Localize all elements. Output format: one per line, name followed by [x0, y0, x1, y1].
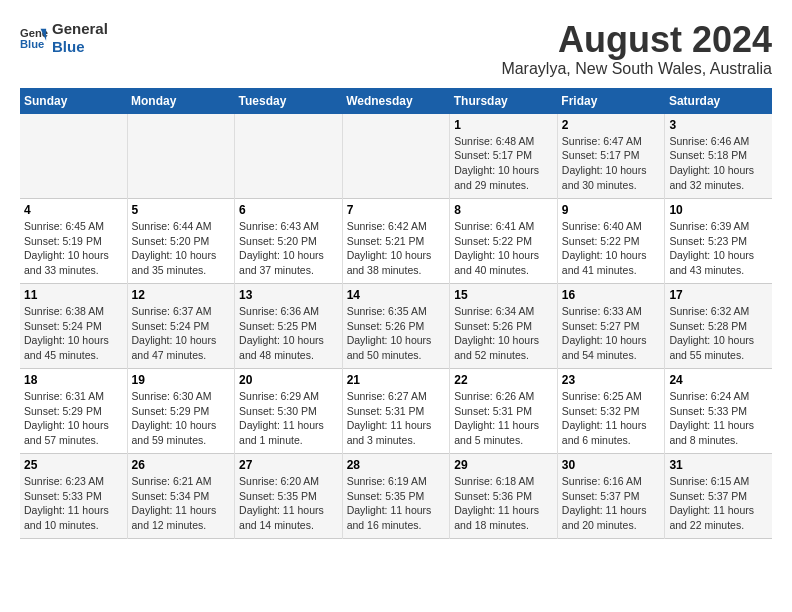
calendar-cell: 15Sunrise: 6:34 AM Sunset: 5:26 PM Dayli…	[450, 284, 558, 369]
logo-icon: General Blue	[20, 24, 48, 52]
title-block: August 2024 Maraylya, New South Wales, A…	[501, 20, 772, 78]
week-row-1: 1Sunrise: 6:48 AM Sunset: 5:17 PM Daylig…	[20, 114, 772, 199]
day-info: Sunrise: 6:24 AM Sunset: 5:33 PM Dayligh…	[669, 389, 768, 448]
calendar-cell: 9Sunrise: 6:40 AM Sunset: 5:22 PM Daylig…	[557, 199, 665, 284]
day-info: Sunrise: 6:34 AM Sunset: 5:26 PM Dayligh…	[454, 304, 553, 363]
day-number: 14	[347, 288, 446, 302]
day-number: 1	[454, 118, 553, 132]
calendar-cell: 28Sunrise: 6:19 AM Sunset: 5:35 PM Dayli…	[342, 454, 450, 539]
calendar-cell: 14Sunrise: 6:35 AM Sunset: 5:26 PM Dayli…	[342, 284, 450, 369]
day-number: 22	[454, 373, 553, 387]
calendar-cell: 25Sunrise: 6:23 AM Sunset: 5:33 PM Dayli…	[20, 454, 127, 539]
calendar-subtitle: Maraylya, New South Wales, Australia	[501, 60, 772, 78]
day-number: 24	[669, 373, 768, 387]
header-row: SundayMondayTuesdayWednesdayThursdayFrid…	[20, 88, 772, 114]
calendar-cell: 8Sunrise: 6:41 AM Sunset: 5:22 PM Daylig…	[450, 199, 558, 284]
day-number: 17	[669, 288, 768, 302]
day-number: 30	[562, 458, 661, 472]
logo-blue: Blue	[52, 38, 108, 56]
day-number: 18	[24, 373, 123, 387]
day-number: 27	[239, 458, 338, 472]
day-info: Sunrise: 6:27 AM Sunset: 5:31 PM Dayligh…	[347, 389, 446, 448]
day-number: 5	[132, 203, 231, 217]
calendar-cell: 19Sunrise: 6:30 AM Sunset: 5:29 PM Dayli…	[127, 369, 235, 454]
calendar-cell: 21Sunrise: 6:27 AM Sunset: 5:31 PM Dayli…	[342, 369, 450, 454]
day-info: Sunrise: 6:36 AM Sunset: 5:25 PM Dayligh…	[239, 304, 338, 363]
day-info: Sunrise: 6:41 AM Sunset: 5:22 PM Dayligh…	[454, 219, 553, 278]
day-number: 23	[562, 373, 661, 387]
day-number: 9	[562, 203, 661, 217]
day-number: 16	[562, 288, 661, 302]
col-header-wednesday: Wednesday	[342, 88, 450, 114]
day-number: 26	[132, 458, 231, 472]
day-number: 19	[132, 373, 231, 387]
calendar-cell	[20, 114, 127, 199]
calendar-cell: 24Sunrise: 6:24 AM Sunset: 5:33 PM Dayli…	[665, 369, 772, 454]
calendar-title: August 2024	[501, 20, 772, 60]
calendar-cell: 1Sunrise: 6:48 AM Sunset: 5:17 PM Daylig…	[450, 114, 558, 199]
calendar-cell: 23Sunrise: 6:25 AM Sunset: 5:32 PM Dayli…	[557, 369, 665, 454]
week-row-3: 11Sunrise: 6:38 AM Sunset: 5:24 PM Dayli…	[20, 284, 772, 369]
calendar-cell	[342, 114, 450, 199]
day-info: Sunrise: 6:29 AM Sunset: 5:30 PM Dayligh…	[239, 389, 338, 448]
day-number: 31	[669, 458, 768, 472]
day-number: 15	[454, 288, 553, 302]
day-info: Sunrise: 6:35 AM Sunset: 5:26 PM Dayligh…	[347, 304, 446, 363]
day-number: 7	[347, 203, 446, 217]
calendar-cell: 20Sunrise: 6:29 AM Sunset: 5:30 PM Dayli…	[235, 369, 343, 454]
week-row-4: 18Sunrise: 6:31 AM Sunset: 5:29 PM Dayli…	[20, 369, 772, 454]
day-info: Sunrise: 6:42 AM Sunset: 5:21 PM Dayligh…	[347, 219, 446, 278]
calendar-cell: 26Sunrise: 6:21 AM Sunset: 5:34 PM Dayli…	[127, 454, 235, 539]
day-number: 25	[24, 458, 123, 472]
day-info: Sunrise: 6:39 AM Sunset: 5:23 PM Dayligh…	[669, 219, 768, 278]
day-info: Sunrise: 6:46 AM Sunset: 5:18 PM Dayligh…	[669, 134, 768, 193]
calendar-cell: 17Sunrise: 6:32 AM Sunset: 5:28 PM Dayli…	[665, 284, 772, 369]
day-number: 2	[562, 118, 661, 132]
col-header-thursday: Thursday	[450, 88, 558, 114]
day-info: Sunrise: 6:33 AM Sunset: 5:27 PM Dayligh…	[562, 304, 661, 363]
day-info: Sunrise: 6:43 AM Sunset: 5:20 PM Dayligh…	[239, 219, 338, 278]
day-number: 10	[669, 203, 768, 217]
calendar-cell: 27Sunrise: 6:20 AM Sunset: 5:35 PM Dayli…	[235, 454, 343, 539]
calendar-cell	[235, 114, 343, 199]
day-number: 11	[24, 288, 123, 302]
day-info: Sunrise: 6:23 AM Sunset: 5:33 PM Dayligh…	[24, 474, 123, 533]
day-number: 28	[347, 458, 446, 472]
day-info: Sunrise: 6:40 AM Sunset: 5:22 PM Dayligh…	[562, 219, 661, 278]
calendar-table: SundayMondayTuesdayWednesdayThursdayFrid…	[20, 88, 772, 540]
day-number: 20	[239, 373, 338, 387]
calendar-cell: 7Sunrise: 6:42 AM Sunset: 5:21 PM Daylig…	[342, 199, 450, 284]
calendar-cell: 12Sunrise: 6:37 AM Sunset: 5:24 PM Dayli…	[127, 284, 235, 369]
col-header-friday: Friday	[557, 88, 665, 114]
calendar-cell: 4Sunrise: 6:45 AM Sunset: 5:19 PM Daylig…	[20, 199, 127, 284]
calendar-cell: 31Sunrise: 6:15 AM Sunset: 5:37 PM Dayli…	[665, 454, 772, 539]
col-header-monday: Monday	[127, 88, 235, 114]
calendar-cell: 11Sunrise: 6:38 AM Sunset: 5:24 PM Dayli…	[20, 284, 127, 369]
day-number: 4	[24, 203, 123, 217]
day-info: Sunrise: 6:30 AM Sunset: 5:29 PM Dayligh…	[132, 389, 231, 448]
calendar-cell: 22Sunrise: 6:26 AM Sunset: 5:31 PM Dayli…	[450, 369, 558, 454]
calendar-cell: 10Sunrise: 6:39 AM Sunset: 5:23 PM Dayli…	[665, 199, 772, 284]
day-number: 6	[239, 203, 338, 217]
calendar-cell: 5Sunrise: 6:44 AM Sunset: 5:20 PM Daylig…	[127, 199, 235, 284]
day-number: 12	[132, 288, 231, 302]
day-info: Sunrise: 6:32 AM Sunset: 5:28 PM Dayligh…	[669, 304, 768, 363]
page-header: General Blue General Blue August 2024 Ma…	[20, 20, 772, 78]
week-row-5: 25Sunrise: 6:23 AM Sunset: 5:33 PM Dayli…	[20, 454, 772, 539]
day-info: Sunrise: 6:37 AM Sunset: 5:24 PM Dayligh…	[132, 304, 231, 363]
day-info: Sunrise: 6:16 AM Sunset: 5:37 PM Dayligh…	[562, 474, 661, 533]
day-info: Sunrise: 6:25 AM Sunset: 5:32 PM Dayligh…	[562, 389, 661, 448]
col-header-sunday: Sunday	[20, 88, 127, 114]
day-info: Sunrise: 6:47 AM Sunset: 5:17 PM Dayligh…	[562, 134, 661, 193]
day-number: 29	[454, 458, 553, 472]
day-info: Sunrise: 6:15 AM Sunset: 5:37 PM Dayligh…	[669, 474, 768, 533]
week-row-2: 4Sunrise: 6:45 AM Sunset: 5:19 PM Daylig…	[20, 199, 772, 284]
day-info: Sunrise: 6:19 AM Sunset: 5:35 PM Dayligh…	[347, 474, 446, 533]
calendar-cell: 13Sunrise: 6:36 AM Sunset: 5:25 PM Dayli…	[235, 284, 343, 369]
calendar-cell: 6Sunrise: 6:43 AM Sunset: 5:20 PM Daylig…	[235, 199, 343, 284]
day-info: Sunrise: 6:38 AM Sunset: 5:24 PM Dayligh…	[24, 304, 123, 363]
day-info: Sunrise: 6:31 AM Sunset: 5:29 PM Dayligh…	[24, 389, 123, 448]
col-header-tuesday: Tuesday	[235, 88, 343, 114]
day-info: Sunrise: 6:48 AM Sunset: 5:17 PM Dayligh…	[454, 134, 553, 193]
day-info: Sunrise: 6:21 AM Sunset: 5:34 PM Dayligh…	[132, 474, 231, 533]
